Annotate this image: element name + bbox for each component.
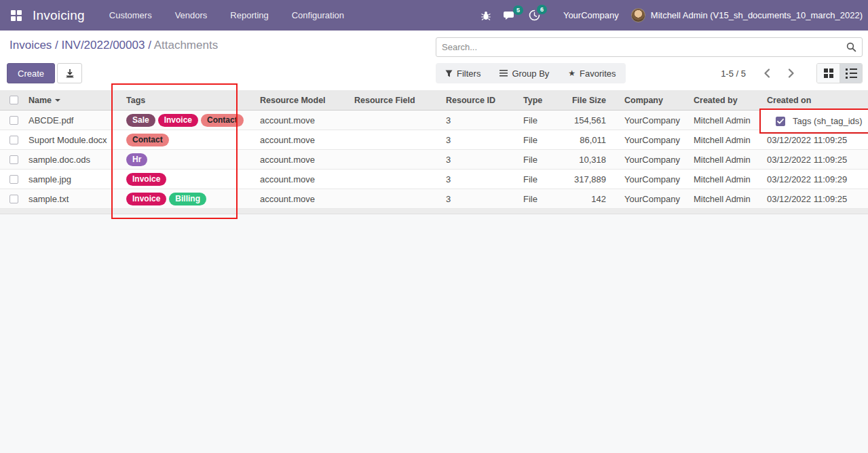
pager-counter: 1-5 / 5: [721, 68, 746, 79]
export-download-button[interactable]: [57, 63, 82, 83]
app-name[interactable]: Invoicing: [33, 8, 85, 23]
row-checkbox[interactable]: [10, 116, 18, 125]
header-resource-field[interactable]: Resource Field: [349, 96, 440, 105]
kanban-icon: [824, 68, 833, 78]
apps-menu-icon[interactable]: [11, 10, 22, 21]
tag-pill: Contact: [201, 114, 244, 127]
dropdown-option-label: Tags (sh_tag_ids): [793, 116, 863, 126]
cell-company: YourCompany: [615, 115, 685, 125]
table-row[interactable]: sample.txt InvoiceBilling account.move 3…: [0, 189, 868, 209]
company-switcher[interactable]: YourCompany: [563, 10, 619, 20]
header-company[interactable]: Company: [615, 96, 685, 105]
breadcrumb-record[interactable]: INV/2022/00003: [62, 39, 145, 52]
search-bar: [436, 37, 863, 57]
cell-tags: Hr: [113, 153, 254, 166]
pager-previous-button[interactable]: [758, 67, 776, 79]
cell-name: Suport Module.docx: [27, 135, 113, 145]
header-tags[interactable]: Tags: [113, 96, 254, 105]
sort-desc-icon: [55, 99, 60, 102]
menu-customers[interactable]: Customers: [109, 10, 152, 20]
tag-pill: Sale: [126, 114, 155, 127]
cell-type: File: [518, 174, 557, 184]
funnel-icon: [445, 70, 453, 77]
row-checkbox[interactable]: [10, 136, 18, 144]
cell-resource-model: account.move: [254, 155, 349, 165]
kanban-view-button[interactable]: [817, 64, 839, 83]
dropdown-item-tags[interactable]: Tags (sh_tag_ids): [761, 110, 868, 132]
checked-checkbox[interactable]: [776, 117, 785, 126]
create-button[interactable]: Create: [7, 63, 55, 83]
cell-tags: SaleInvoiceContact: [113, 114, 254, 127]
cell-resource-id: 3: [440, 135, 518, 145]
favorites-button[interactable]: ★ Favorites: [568, 68, 616, 79]
cell-created-by: Mitchell Admin: [685, 155, 761, 165]
group-by-icon: [499, 70, 508, 77]
row-checkbox[interactable]: [10, 175, 18, 184]
cell-file-size: 142: [557, 194, 615, 204]
header-resource-model[interactable]: Resource Model: [254, 96, 349, 105]
chevron-left-icon: [763, 68, 770, 78]
cell-name: sample.jpg: [27, 174, 113, 184]
activities-badge: 6: [537, 5, 547, 14]
header-created-by[interactable]: Created by: [685, 96, 761, 105]
row-checkbox[interactable]: [10, 155, 18, 164]
cell-company: YourCompany: [615, 155, 685, 165]
activities-clock-icon[interactable]: 6: [529, 9, 540, 21]
cell-resource-model: account.move: [254, 135, 349, 145]
tag-pill: Contact: [126, 134, 169, 146]
cell-tags: Invoice: [113, 173, 254, 186]
cell-tags: Contact: [113, 134, 254, 146]
header-type[interactable]: Type: [518, 96, 557, 105]
cell-resource-model: account.move: [254, 194, 349, 204]
group-by-button[interactable]: Group By: [499, 68, 549, 79]
select-all-checkbox[interactable]: [10, 96, 18, 104]
view-switcher: [816, 63, 863, 83]
list-view-button[interactable]: [839, 64, 862, 83]
table-row[interactable]: ABCDE.pdf SaleInvoiceContact account.mov…: [0, 111, 868, 130]
check-icon: [777, 119, 784, 124]
search-input[interactable]: [442, 42, 846, 52]
messages-icon[interactable]: 5: [504, 10, 516, 21]
table-row[interactable]: Suport Module.docx Contact account.move …: [0, 130, 868, 150]
header-created-on[interactable]: Created on: [761, 96, 868, 105]
cell-type: File: [518, 194, 557, 204]
user-menu[interactable]: Mitchell Admin (V15_sh_documents_10_marc…: [631, 8, 863, 22]
main-menu: Customers Vendors Reporting Configuratio…: [109, 10, 344, 20]
cell-type: File: [518, 135, 557, 145]
header-file-size[interactable]: File Size: [557, 96, 615, 105]
cell-type: File: [518, 115, 557, 125]
top-navbar: Invoicing Customers Vendors Reporting Co…: [0, 0, 868, 31]
messages-badge: 5: [513, 5, 523, 15]
menu-vendors[interactable]: Vendors: [175, 10, 208, 20]
tag-pill: Invoice: [126, 173, 166, 186]
pager-next-button[interactable]: [782, 67, 800, 79]
user-name: Mitchell Admin (V15_sh_documents_10_marc…: [651, 10, 863, 20]
cell-name: ABCDE.pdf: [27, 115, 113, 125]
cell-resource-id: 3: [440, 115, 518, 125]
cell-resource-id: 3: [440, 174, 518, 184]
cell-file-size: 317,889: [557, 174, 615, 184]
debug-bug-icon[interactable]: [480, 10, 491, 21]
table-row[interactable]: sample.jpg Invoice account.move 3 File 3…: [0, 170, 868, 189]
user-avatar: [631, 8, 645, 22]
table-row[interactable]: sample.doc.ods Hr account.move 3 File 10…: [0, 150, 868, 170]
cell-file-size: 154,561: [557, 115, 615, 125]
search-icon[interactable]: [846, 42, 856, 52]
star-icon: ★: [568, 68, 575, 78]
menu-reporting[interactable]: Reporting: [230, 10, 268, 20]
cell-resource-model: account.move: [254, 115, 349, 125]
cell-resource-id: 3: [440, 155, 518, 165]
tag-pill: Invoice: [126, 193, 166, 205]
menu-configuration[interactable]: Configuration: [292, 10, 344, 20]
breadcrumb-invoices[interactable]: Invoices: [10, 39, 52, 52]
cell-company: YourCompany: [615, 194, 685, 204]
control-panel: Invoices / INV/2022/00003 / Attachments …: [0, 31, 868, 90]
cell-created-by: Mitchell Admin: [685, 174, 761, 184]
cell-created-by: Mitchell Admin: [685, 194, 761, 204]
list-icon: [846, 68, 857, 79]
header-name[interactable]: Name: [27, 96, 113, 105]
download-icon: [65, 68, 75, 78]
row-checkbox[interactable]: [10, 195, 18, 203]
filters-button[interactable]: Filters: [445, 68, 480, 79]
header-resource-id[interactable]: Resource ID: [440, 96, 518, 105]
